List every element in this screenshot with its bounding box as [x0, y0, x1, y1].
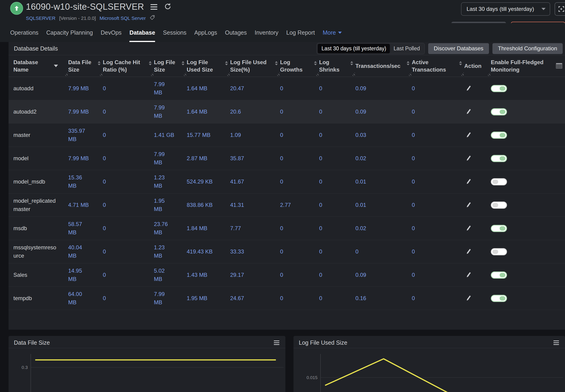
metric-value-link[interactable]: 838.86 KB [187, 201, 213, 209]
tab-applogs[interactable]: AppLogs [194, 23, 217, 42]
sort-icon[interactable] [225, 61, 228, 65]
column-header-log-shrinks[interactable]: Log Shrinks [319, 55, 356, 77]
metric-value-link[interactable]: 15.77 MB [187, 131, 210, 139]
tab-database[interactable]: Database [129, 23, 155, 42]
title-menu-icon[interactable] [150, 4, 157, 10]
column-header-database-name[interactable]: Database Name [9, 55, 68, 77]
monitoring-toggle-on[interactable] [491, 132, 507, 139]
edit-pencil-icon[interactable] [466, 109, 472, 115]
column-header-transactions-sec[interactable]: Transactions/sec [356, 55, 412, 77]
metric-value-link[interactable]: 7.77 [230, 224, 241, 233]
refresh-icon[interactable] [164, 2, 172, 11]
metric-value-link[interactable]: 0.16 [356, 294, 366, 302]
metric-value-link[interactable]: 0.02 [356, 224, 366, 233]
metric-value-link[interactable]: 0 [280, 224, 283, 233]
metric-value-link[interactable]: 0 [103, 271, 106, 279]
time-mode-last-polled[interactable]: Last Polled [390, 44, 424, 53]
metric-value-link[interactable]: 0 [280, 248, 283, 256]
metric-value-link[interactable]: 1.95 MB [187, 294, 207, 302]
metric-value-link[interactable]: 0.09 [356, 271, 366, 279]
sort-icon[interactable] [407, 61, 409, 65]
metric-value-link[interactable]: 0 [103, 178, 106, 186]
metric-value-link[interactable]: 35.87 [230, 154, 244, 163]
metric-value-link[interactable]: 1.84 MB [187, 224, 207, 233]
column-resize-handle[interactable] [226, 72, 230, 76]
metric-value-link[interactable]: 0 [412, 224, 415, 233]
edit-pencil-icon[interactable] [466, 85, 472, 92]
metric-value-link[interactable]: 58.57 MB [68, 220, 90, 237]
table-row-master[interactable]: master335.97 MB01.41 GB15.77 MB1.09000.0… [9, 124, 565, 147]
metric-value-link[interactable]: 0 [103, 154, 106, 163]
metric-value-link[interactable]: 0 [103, 131, 106, 139]
threshold-configuration-button[interactable]: Threshold Configuration [492, 43, 563, 54]
metric-value-link[interactable]: 0 [319, 248, 322, 256]
metric-value-link[interactable]: 0 [103, 84, 106, 93]
column-header-data-file-size[interactable]: Data File Size [68, 55, 103, 77]
metric-value-link[interactable]: 0 [319, 131, 322, 139]
tab-operations[interactable]: Operations [10, 23, 38, 42]
column-resize-handle[interactable] [276, 72, 280, 76]
metric-value-link[interactable]: 0 [103, 201, 106, 209]
column-resize-handle[interactable] [408, 72, 411, 76]
column-resize-handle[interactable] [315, 72, 319, 76]
column-resize-handle[interactable] [150, 72, 153, 76]
metric-value-link[interactable]: 41.31 [230, 201, 244, 209]
discover-databases-button[interactable]: Discover Databases [428, 43, 489, 54]
metric-value-link[interactable]: 0 [319, 201, 322, 209]
metric-value-link[interactable]: 0 [412, 131, 415, 139]
metric-value-link[interactable]: 0 [280, 154, 283, 163]
table-row-msdb[interactable]: msdb58.57 MB023.76 MB1.84 MB7.77000.020 [9, 217, 565, 240]
metric-value-link[interactable]: 0 [412, 178, 415, 186]
metric-value-link[interactable]: 0 [280, 294, 283, 302]
column-resize-handle[interactable] [460, 72, 464, 76]
category-link[interactable]: Microsoft SQL Server [100, 15, 146, 21]
column-resize-handle[interactable] [64, 72, 68, 76]
metric-value-link[interactable]: 5.02 MB [154, 267, 175, 283]
metric-value-link[interactable]: 0 [103, 224, 106, 233]
metric-value-link[interactable]: 7.99 MB [154, 150, 175, 167]
metric-value-link[interactable]: 0 [319, 84, 322, 93]
metric-value-link[interactable]: 24.67 [230, 294, 244, 302]
column-resize-handle[interactable] [352, 72, 355, 76]
metric-value-link[interactable]: 0 [412, 271, 415, 279]
edit-pencil-icon[interactable] [466, 248, 472, 255]
metric-value-link[interactable]: 20.47 [230, 84, 244, 93]
metric-value-link[interactable]: 1.23 MB [154, 243, 175, 260]
metric-value-link[interactable]: 7.99 MB [68, 154, 89, 163]
tab-outages[interactable]: Outages [225, 23, 247, 42]
sort-icon[interactable] [98, 61, 101, 65]
metric-value-link[interactable]: 7.99 MB [154, 80, 175, 97]
metric-value-link[interactable]: 0.03 [356, 131, 366, 139]
metric-value-link[interactable]: 0.09 [356, 84, 366, 93]
monitoring-toggle-off[interactable] [491, 202, 507, 209]
column-header-log-file-size[interactable]: Log File Size [154, 55, 187, 77]
monitor-type-link[interactable]: SQLSERVER [26, 15, 56, 21]
time-range-dropdown[interactable]: Last 30 days (till yesterday) [461, 2, 550, 16]
metric-value-link[interactable]: 2.87 MB [187, 154, 207, 163]
column-resize-handle[interactable] [99, 72, 102, 76]
metric-value-link[interactable]: 40.04 MB [68, 243, 90, 260]
monitoring-toggle-on[interactable] [491, 85, 507, 92]
table-row-sales[interactable]: Sales14.95 MB05.02 MB1.43 MB29.17000.090 [9, 263, 565, 287]
metric-value-link[interactable]: 0 [319, 224, 322, 233]
sort-icon[interactable] [350, 61, 353, 65]
edit-pencil-icon[interactable] [466, 272, 472, 278]
metric-value-link[interactable]: 0 [319, 108, 322, 116]
column-header-log-cache-hit-ratio[interactable]: Log Cache Hit Ratio (%) [103, 55, 154, 77]
edit-pencil-icon[interactable] [466, 155, 472, 162]
metric-value-link[interactable]: 0.02 [356, 154, 366, 163]
monitoring-toggle-on[interactable] [491, 108, 507, 115]
metric-value-link[interactable]: 0.09 [356, 108, 366, 116]
monitoring-toggle-on[interactable] [491, 295, 507, 302]
ai-frame-button[interactable] [555, 2, 565, 16]
metric-value-link[interactable]: 0 [280, 84, 283, 93]
metric-value-link[interactable]: 7.99 MB [68, 108, 89, 116]
column-header-log-file-used-size[interactable]: Log File Used Size [187, 55, 230, 77]
metric-value-link[interactable]: 0 [103, 248, 106, 256]
table-row-mssqlsystemresource[interactable]: mssqlsystemresource40.04 MB01.23 MB419.4… [9, 240, 565, 263]
chart-menu-icon[interactable] [553, 340, 559, 345]
metric-value-link[interactable]: 20.6 [230, 108, 241, 116]
metric-value-link[interactable]: 1.09 [230, 131, 241, 139]
metric-value-link[interactable]: 0 [319, 271, 322, 279]
metric-value-link[interactable]: 0 [412, 248, 415, 256]
